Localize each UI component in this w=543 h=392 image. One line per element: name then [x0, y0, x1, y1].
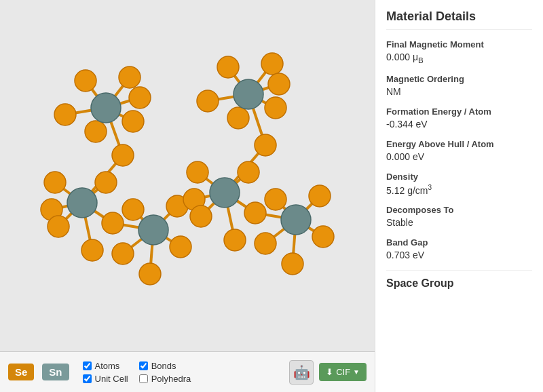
- svg-point-25: [122, 111, 144, 132]
- space-group-section-title: Space Group: [386, 270, 532, 290]
- band-gap-row: Band Gap 0.703 eV: [386, 237, 532, 260]
- energy-above-hull-value: 0.000 eV: [386, 151, 532, 162]
- svg-point-79: [233, 79, 263, 109]
- magnetic-ordering-row: Magnetic Ordering NM: [386, 74, 532, 97]
- final-magnetic-moment-value: 0.000 μB: [386, 52, 532, 64]
- svg-point-37: [139, 263, 161, 285]
- svg-point-71: [238, 161, 259, 183]
- download-icon: ⬇: [326, 367, 333, 377]
- svg-point-64: [268, 73, 290, 95]
- svg-point-61: [217, 56, 239, 78]
- cif-label: CIF: [336, 367, 350, 377]
- svg-point-24: [85, 121, 107, 142]
- viewer-toolbar: Se Sn Atoms Unit Cell Bonds: [0, 351, 375, 392]
- svg-point-30: [95, 172, 117, 193]
- svg-point-74: [255, 233, 276, 254]
- unit-cell-checkbox-label[interactable]: Unit Cell: [83, 374, 128, 384]
- svg-point-38: [91, 93, 121, 123]
- decomposes-to-value: Stable: [386, 217, 532, 228]
- toolbar-right-actions: 🤖 ⬇ CIF ▼: [289, 360, 367, 385]
- svg-point-22: [54, 104, 76, 125]
- svg-point-27: [44, 172, 66, 193]
- formation-energy-row: Formation Energy / Atom -0.344 eV: [386, 106, 532, 130]
- bonds-label: Bonds: [151, 361, 176, 371]
- svg-point-72: [244, 202, 266, 224]
- svg-point-76: [309, 185, 331, 207]
- crystal-structure-svg: [24, 20, 350, 332]
- final-magnetic-moment-label: Final Magnetic Moment: [386, 39, 532, 50]
- crystal-viewport[interactable]: [0, 0, 375, 351]
- svg-point-81: [281, 205, 311, 235]
- svg-point-66: [265, 97, 286, 119]
- atoms-checkbox-label[interactable]: Atoms: [83, 361, 128, 371]
- cif-download-button[interactable]: ⬇ CIF ▼: [319, 363, 367, 381]
- svg-point-80: [210, 178, 240, 208]
- atoms-label: Atoms: [95, 361, 120, 371]
- bonds-checkbox[interactable]: [139, 361, 148, 370]
- svg-point-78: [282, 253, 303, 275]
- element-badge-sn[interactable]: Sn: [42, 364, 69, 380]
- density-label: Density: [386, 172, 532, 182]
- final-magnetic-moment-row: Final Magnetic Moment 0.000 μB: [386, 39, 532, 64]
- energy-above-hull-label: Energy Above Hull / Atom: [386, 139, 532, 149]
- band-gap-value: 0.703 eV: [386, 250, 532, 260]
- polyhedra-checkbox[interactable]: [139, 374, 148, 383]
- density-row: Density 5.12 g/cm3: [386, 172, 532, 196]
- svg-point-20: [75, 70, 96, 92]
- svg-point-77: [312, 226, 334, 248]
- svg-point-34: [122, 199, 144, 220]
- panel-title: Material Details: [386, 9, 532, 30]
- svg-point-40: [138, 215, 168, 245]
- decomposes-to-row: Decomposes To Stable: [386, 205, 532, 228]
- band-gap-label: Band Gap: [386, 237, 532, 248]
- svg-point-75: [265, 189, 286, 210]
- polyhedra-label: Polyhedra: [151, 374, 191, 384]
- svg-point-32: [81, 239, 103, 261]
- cif-dropdown-arrow: ▼: [353, 368, 360, 376]
- svg-point-65: [227, 107, 249, 129]
- atoms-checkbox[interactable]: [83, 361, 92, 370]
- element-badge-se[interactable]: Se: [8, 364, 34, 380]
- formation-energy-value: -0.344 eV: [386, 119, 532, 130]
- svg-point-33: [112, 243, 134, 264]
- robot-button[interactable]: 🤖: [289, 360, 314, 385]
- polyhedra-checkbox-label[interactable]: Polyhedra: [139, 374, 191, 384]
- svg-point-23: [129, 87, 151, 109]
- unit-cell-checkbox[interactable]: [83, 374, 92, 383]
- crystal-viewer-panel: Se Sn Atoms Unit Cell Bonds: [0, 0, 375, 392]
- svg-point-67: [255, 134, 276, 156]
- svg-point-63: [197, 90, 219, 112]
- svg-point-62: [261, 53, 283, 75]
- magnetic-ordering-value: NM: [386, 86, 532, 97]
- svg-point-70: [190, 205, 212, 227]
- unit-cell-label: Unit Cell: [95, 374, 128, 384]
- decomposes-to-label: Decomposes To: [386, 205, 532, 215]
- svg-point-31: [102, 212, 124, 234]
- energy-above-hull-row: Energy Above Hull / Atom 0.000 eV: [386, 139, 532, 162]
- svg-point-36: [170, 236, 191, 258]
- svg-point-39: [67, 188, 97, 218]
- density-value: 5.12 g/cm3: [386, 184, 532, 196]
- formation-energy-label: Formation Energy / Atom: [386, 106, 532, 117]
- svg-point-26: [112, 144, 134, 166]
- svg-point-29: [48, 216, 69, 237]
- svg-point-73: [224, 229, 246, 251]
- magnetic-ordering-label: Magnetic Ordering: [386, 74, 532, 84]
- material-details-panel: Material Details Final Magnetic Moment 0…: [375, 0, 543, 392]
- svg-point-21: [119, 66, 141, 88]
- display-checkboxes: Atoms Unit Cell Bonds Polyhedra: [83, 361, 191, 384]
- bonds-checkbox-label[interactable]: Bonds: [139, 361, 191, 371]
- svg-point-68: [187, 161, 208, 183]
